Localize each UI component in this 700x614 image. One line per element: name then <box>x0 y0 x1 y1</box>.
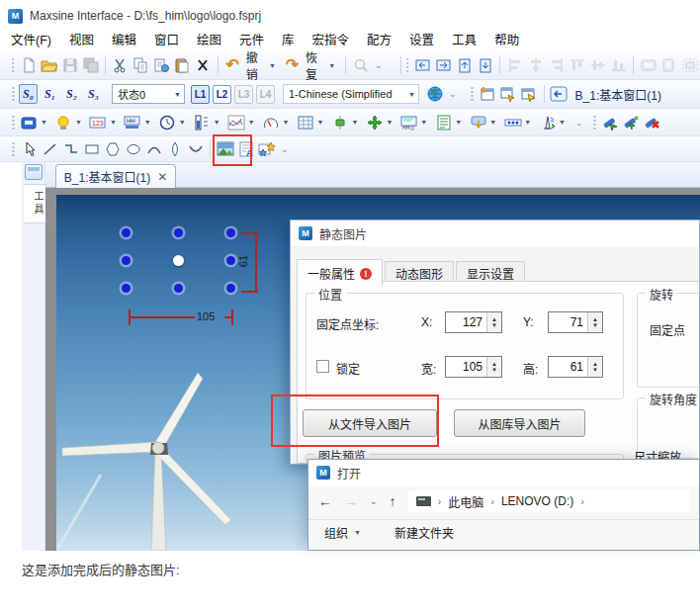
spinner-arrows-icon[interactable]: ▲▼ <box>486 357 501 377</box>
tab-basic-window[interactable]: B_1:基本窗口(1) ✕ <box>55 164 176 188</box>
x-spinner[interactable]: 127 ▲▼ <box>445 311 502 333</box>
trend-chart-tool[interactable] <box>226 112 247 132</box>
paste-button[interactable] <box>172 55 193 76</box>
undo-icon[interactable]: ↶ <box>222 55 243 76</box>
toolbar-overflow-icon[interactable]: ⌄ <box>575 118 583 128</box>
globe-icon[interactable] <box>424 84 445 105</box>
macro-run-button[interactable] <box>600 112 621 132</box>
spinner-arrows-icon[interactable]: ▲▼ <box>587 312 602 332</box>
toolbar-overflow-icon[interactable]: ⌄ <box>375 60 383 70</box>
spinner-arrows-icon[interactable]: ▲▼ <box>587 357 602 377</box>
switch-window-button[interactable] <box>549 84 569 105</box>
menu-library[interactable]: 库 <box>273 27 304 51</box>
toolbar-overflow-icon[interactable]: ⌄ <box>281 144 289 154</box>
align-bottom-button[interactable] <box>608 55 629 76</box>
chevron-down-icon[interactable]: ▼ <box>420 119 427 126</box>
nudge-up-button[interactable] <box>454 55 475 76</box>
menu-tools[interactable]: 工具 <box>443 27 485 51</box>
vertical-panel-tab[interactable]: 工具 <box>24 184 46 223</box>
organize-menu[interactable]: 组织 ▼ <box>324 524 361 541</box>
arc-flipped-tool[interactable] <box>185 138 206 159</box>
align-left-button[interactable] <box>504 55 525 76</box>
handle-top-right[interactable] <box>226 228 235 237</box>
state-select[interactable]: 状态0 ▼ <box>112 84 185 104</box>
chevron-down-icon[interactable]: ▼ <box>559 119 566 126</box>
tab-close-icon[interactable]: ✕ <box>157 170 167 184</box>
chevron-down-icon[interactable]: ▼ <box>283 119 290 126</box>
y-spinner[interactable]: 71 ▲▼ <box>548 311 603 333</box>
rectangle-tool[interactable] <box>81 138 102 159</box>
new-window-button[interactable] <box>478 84 498 105</box>
delete-button[interactable] <box>193 55 214 76</box>
menu-recipe[interactable]: 配方 <box>358 27 400 51</box>
touch-key-tool[interactable] <box>468 112 488 132</box>
language-select[interactable]: 1-Chinese (Simplified ▼ <box>283 84 419 104</box>
handle-bottom-right[interactable] <box>226 284 235 293</box>
menu-view[interactable]: 视图 <box>60 27 103 51</box>
new-file-button[interactable] <box>18 55 39 76</box>
same-size-button[interactable] <box>679 55 700 76</box>
chevron-down-icon[interactable]: ▼ <box>351 119 358 126</box>
bit-button-tool[interactable] <box>19 112 40 132</box>
duplicate-button[interactable] <box>151 55 172 76</box>
copy-window-button[interactable] <box>498 84 519 105</box>
polyline-tool[interactable] <box>60 138 81 159</box>
menu-settings[interactable]: 设置 <box>400 27 443 51</box>
align-center-button[interactable] <box>525 55 546 76</box>
redo-icon[interactable]: ↷ <box>282 55 303 76</box>
cut-button[interactable] <box>110 55 131 76</box>
handle-bottom-left[interactable] <box>122 284 131 293</box>
layer-4-button[interactable]: L4 <box>256 85 275 104</box>
move-element-tool[interactable] <box>364 112 385 132</box>
width-spinner[interactable]: 105 ▲▼ <box>445 356 502 378</box>
align-right-button[interactable] <box>546 55 567 76</box>
copy-button[interactable] <box>131 55 151 76</box>
chevron-down-icon[interactable]: ▼ <box>110 119 117 126</box>
breadcrumb-drive-d[interactable]: LENOVO (D:) <box>501 494 573 508</box>
state-0-button[interactable]: S₀ <box>19 84 38 104</box>
undo-button[interactable]: 撤销 <box>246 48 265 82</box>
lock-checkbox[interactable] <box>316 360 329 373</box>
open-file-button[interactable] <box>39 55 59 76</box>
tab-general-properties[interactable]: 一般属性 ! <box>297 259 383 286</box>
arc-tool[interactable] <box>143 138 164 159</box>
handle-mid-left[interactable] <box>122 256 131 265</box>
chevron-down-icon[interactable]: ▼ <box>75 119 82 126</box>
nudge-right-button[interactable] <box>433 55 454 76</box>
ellipse-tool[interactable] <box>123 138 143 159</box>
layer-1-button[interactable]: L1 <box>191 85 210 104</box>
alarm-tower-tool[interactable] <box>537 112 558 132</box>
undo-dropdown-icon[interactable]: ▼ <box>269 62 276 69</box>
redo-dropdown-icon[interactable]: ▼ <box>328 62 335 69</box>
address-bar[interactable]: › 此电脑 › LENOVO (D:) › <box>408 490 689 512</box>
layer-3-button[interactable]: L3 <box>234 85 253 104</box>
chevron-down-icon[interactable]: ▼ <box>179 119 186 126</box>
clock-tool[interactable] <box>157 112 178 132</box>
time-display-tool[interactable]: HH:() <box>398 112 419 132</box>
menu-window[interactable]: 窗口 <box>145 27 188 51</box>
handle-center[interactable] <box>173 255 184 266</box>
align-top-button[interactable] <box>567 55 587 76</box>
menu-edit[interactable]: 编辑 <box>103 27 145 51</box>
history-chevron-icon[interactable]: ⌄ <box>370 497 378 506</box>
window-properties-button[interactable] <box>519 84 540 105</box>
polygon-tool[interactable] <box>102 138 123 159</box>
recipe-list-tool[interactable] <box>433 112 454 132</box>
state-1-button[interactable]: S₁ <box>41 84 59 104</box>
import-from-library-button[interactable]: 从图库导入图片 <box>454 409 585 437</box>
same-width-button[interactable] <box>638 55 658 76</box>
spinner-arrows-icon[interactable]: ▲▼ <box>486 312 501 332</box>
chevron-down-icon[interactable]: ▼ <box>248 119 255 126</box>
macro-stop-button[interactable] <box>642 112 662 132</box>
menu-file[interactable]: 文件(F) <box>2 27 60 51</box>
chevron-down-icon[interactable]: ▼ <box>386 119 393 126</box>
save-all-button[interactable] <box>80 55 101 76</box>
dots-element-tool[interactable] <box>502 112 523 132</box>
panel-toggle-icon[interactable] <box>25 164 43 180</box>
new-folder-button[interactable]: 新建文件夹 <box>394 524 454 541</box>
table-tool[interactable] <box>296 112 316 132</box>
chevron-down-icon[interactable]: ▼ <box>524 119 531 126</box>
meter-tool[interactable] <box>261 112 282 132</box>
handle-mid-right[interactable] <box>226 256 235 265</box>
lamp-tool[interactable] <box>53 112 74 132</box>
